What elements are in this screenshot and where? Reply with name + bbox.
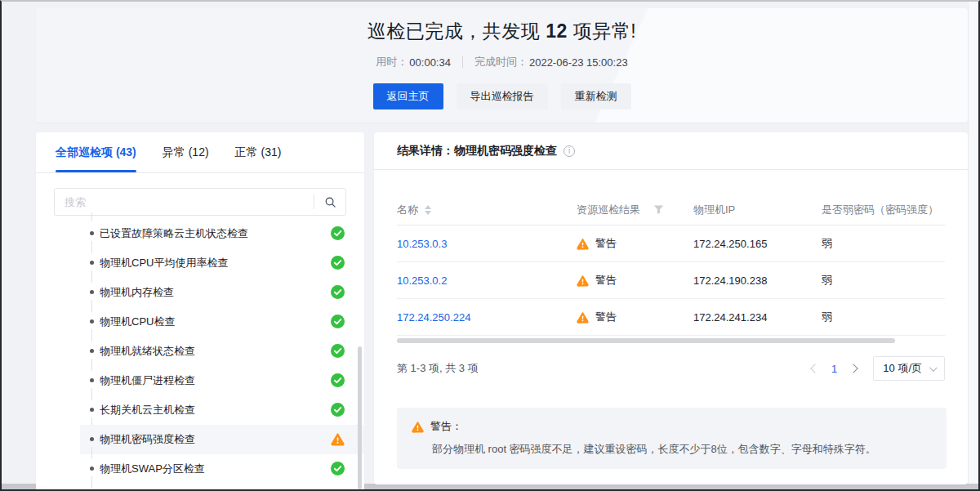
filter-icon[interactable] — [653, 204, 664, 215]
pagination: 第 1-3 项, 共 3 项 1 10 项/页 — [397, 356, 945, 381]
table-horizontal-scrollbar-thumb[interactable] — [397, 338, 895, 343]
column-header-ip: 物理机IP — [693, 203, 822, 217]
page-title: 巡检已完成，共发现 12 项异常! — [36, 19, 968, 44]
detail-header: 结果详情：物理机密码强度检查 i — [374, 132, 968, 170]
pagination-summary: 第 1-3 项, 共 3 项 — [397, 361, 479, 376]
host-name-link[interactable]: 172.24.250.224 — [397, 311, 470, 324]
table-header-row: 名称 资源巡检结果 物理机IP 是否弱密码（密码强度） — [397, 194, 945, 225]
check-list-panel: 全部巡检项 (43) 异常 (12) 正常 (31) 已设置故障策略云主机状态检… — [36, 132, 364, 489]
column-header-weak-password: 是否弱密码（密码强度） — [822, 203, 945, 217]
inspection-result-page: 巡检已完成，共发现 12 项异常! 用时： 00:00:34 完成时间： 202… — [0, 0, 980, 491]
search-box — [54, 188, 346, 216]
check-item[interactable]: 物理机就绪状态检查 — [36, 337, 364, 366]
anomaly-count: 12 — [546, 20, 568, 42]
check-item-label: 长期关机云主机检查 — [100, 403, 195, 417]
check-item-label: 物理机CPU检查 — [100, 315, 175, 329]
check-item-label: 物理机僵尸进程检查 — [100, 373, 195, 388]
check-item[interactable]: 物理机CPU平均使用率检查 — [36, 248, 364, 278]
list-scrollbar-thumb[interactable] — [358, 346, 362, 489]
warning-icon — [331, 432, 345, 446]
chevron-down-icon — [929, 364, 938, 372]
recheck-button[interactable]: 重新检测 — [561, 83, 631, 109]
check-item-label: 物理机密码强度检查 — [100, 432, 195, 447]
ip-cell: 172.24.250.165 — [693, 238, 822, 250]
warning-icon — [577, 238, 589, 250]
finish-time-label: 完成时间： — [474, 55, 528, 69]
warning-message-box: 警告： 部分物理机 root 密码强度不足，建议重设密码，长度不少于8位，包含数… — [397, 408, 947, 469]
export-report-button[interactable]: 导出巡检报告 — [457, 83, 548, 109]
pagination-controls: 1 10 项/页 — [812, 356, 945, 381]
success-icon — [331, 315, 345, 328]
success-icon — [331, 226, 345, 240]
check-item[interactable]: 长期关机云主机检查 — [36, 395, 364, 425]
duration-value: 00:00:34 — [409, 56, 451, 69]
summary-card: 巡检已完成，共发现 12 项异常! 用时： 00:00:34 完成时间： 202… — [36, 8, 968, 123]
weak-password-cell: 弱 — [822, 273, 945, 288]
check-item-label: 物理机内存检查 — [100, 285, 174, 300]
host-name-link[interactable]: 10.253.0.2 — [397, 275, 447, 287]
host-name-link[interactable]: 10.253.0.3 — [397, 238, 447, 250]
warning-icon — [577, 311, 589, 324]
success-icon — [331, 285, 345, 299]
success-icon — [331, 462, 345, 475]
meta-divider — [462, 56, 463, 68]
search-button[interactable] — [314, 196, 345, 208]
result-cell: 警告 — [595, 236, 617, 251]
table-row: 10.253.0.3 警告 172.24.250.165 弱 — [397, 225, 945, 262]
warning-icon — [577, 275, 589, 287]
page-size-select[interactable]: 10 项/页 — [873, 356, 945, 381]
check-item[interactable]: 已设置故障策略云主机状态检查 — [36, 219, 364, 248]
finish-time-value: 2022-06-23 15:00:23 — [529, 56, 628, 69]
check-item-selected[interactable]: 物理机密码强度检查 — [36, 425, 364, 454]
check-item[interactable]: 物理机SWAP分区检查 — [36, 454, 364, 484]
page-size-value: 10 项/页 — [883, 361, 922, 376]
tab-normal[interactable]: 正常 (31) — [235, 132, 282, 172]
check-tabs: 全部巡检项 (43) 异常 (12) 正常 (31) — [36, 132, 364, 173]
column-header-name: 名称 — [397, 203, 577, 217]
search-input[interactable] — [55, 196, 314, 208]
warning-icon — [412, 421, 424, 433]
check-item[interactable]: 物理机僵尸进程检查 — [36, 366, 364, 395]
browser-scrollbar-track[interactable] — [968, 2, 978, 484]
result-table: 名称 资源巡检结果 物理机IP 是否弱密码（密码强度） 10.253.0.3 警… — [397, 194, 945, 336]
check-item-label: 已设置故障策略云主机状态检查 — [100, 226, 248, 241]
check-item-label: 物理机就绪状态检查 — [100, 344, 195, 359]
success-icon — [331, 344, 345, 358]
check-item[interactable]: 物理机CPU检查 — [36, 307, 364, 337]
previous-page-icon[interactable] — [810, 364, 819, 373]
result-cell: 警告 — [595, 310, 617, 324]
ip-cell: 172.24.241.234 — [693, 311, 822, 324]
column-header-result: 资源巡检结果 — [577, 203, 693, 217]
result-cell: 警告 — [595, 273, 617, 288]
check-item-label: 物理机CPU平均使用率检查 — [100, 256, 228, 270]
tab-abnormal[interactable]: 异常 (12) — [163, 132, 209, 172]
table-row: 10.253.0.2 警告 172.24.190.238 弱 — [397, 262, 945, 299]
sort-icon[interactable] — [425, 205, 431, 215]
summary-meta: 用时： 00:00:34 完成时间： 2022-06-23 15:00:23 — [36, 55, 968, 69]
search-icon — [324, 196, 336, 208]
check-item[interactable]: 物理机内存检查 — [36, 278, 364, 307]
warning-message: 部分物理机 root 密码强度不足，建议重设密码，长度不少于8位，包含数字、字母… — [412, 441, 932, 458]
check-item-list: 已设置故障策略云主机状态检查 物理机CPU平均使用率检查 物理机内存检查 物理机… — [36, 219, 364, 484]
info-icon[interactable]: i — [564, 145, 575, 157]
warning-title: 警告： — [430, 419, 462, 434]
ip-cell: 172.24.190.238 — [693, 275, 822, 287]
check-item-label: 物理机SWAP分区检查 — [100, 462, 205, 476]
summary-actions: 返回主页 导出巡检报告 重新检测 — [36, 83, 968, 109]
weak-password-cell: 弱 — [822, 236, 945, 251]
duration-label: 用时： — [376, 55, 408, 69]
result-detail-panel: 结果详情：物理机密码强度检查 i 名称 资源巡检结果 物理机IP 是否弱密码（密… — [374, 132, 968, 484]
success-icon — [331, 256, 345, 270]
table-row: 172.24.250.224 警告 172.24.241.234 弱 — [397, 299, 945, 336]
next-page-icon[interactable] — [849, 364, 858, 373]
detail-title: 结果详情：物理机密码强度检查 — [397, 144, 557, 158]
success-icon — [331, 403, 345, 417]
current-page[interactable]: 1 — [831, 363, 837, 375]
success-icon — [331, 373, 345, 387]
warning-box-header: 警告： — [412, 419, 932, 434]
tab-all-items[interactable]: 全部巡检项 (43) — [56, 132, 136, 172]
weak-password-cell: 弱 — [822, 310, 945, 324]
back-home-button[interactable]: 返回主页 — [373, 83, 443, 109]
